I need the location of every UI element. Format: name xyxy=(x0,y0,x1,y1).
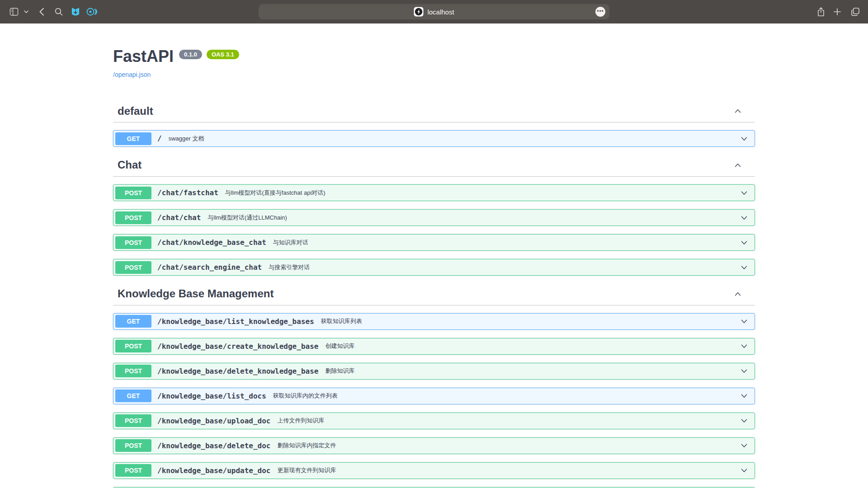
endpoint-row[interactable]: POST /knowledge_base/upload_doc 上传文件到知识库 xyxy=(113,413,755,429)
url-text: localhost xyxy=(427,9,454,15)
section-header[interactable]: Knowledge Base Management xyxy=(113,283,755,305)
endpoint-row[interactable]: POST /knowledge_base/delete_doc 删除知识库内指定… xyxy=(113,437,755,454)
endpoint-path: /knowledge_base/delete_knowledge_base xyxy=(157,367,318,375)
expand-chevron-down-icon[interactable] xyxy=(739,416,749,426)
collapse-chevron-up-icon[interactable] xyxy=(733,106,743,116)
page-title: FastAPI xyxy=(113,47,174,66)
expand-chevron-down-icon[interactable] xyxy=(739,391,749,401)
extension-circles-icon[interactable] xyxy=(86,7,97,16)
endpoint-path: /knowledge_base/create_knowledge_base xyxy=(157,342,318,351)
extension-bookmark-icon[interactable] xyxy=(71,7,80,17)
endpoint-row[interactable]: POST /chat/chat 与llm模型对话(通过LLMChain) xyxy=(113,209,755,226)
endpoint-summary: 与llm模型对话(直接与fastchat api对话) xyxy=(225,189,326,197)
version-badge: 0.1.0 xyxy=(179,50,202,59)
sidebar-chevron-icon[interactable] xyxy=(24,10,28,14)
expand-chevron-down-icon[interactable] xyxy=(739,366,749,376)
share-icon[interactable] xyxy=(817,7,825,17)
endpoint-summary: 删除知识库内指定文件 xyxy=(277,441,336,450)
endpoint-path: /knowledge_base/update_doc xyxy=(157,466,270,475)
endpoint-path: /chat/search_engine_chat xyxy=(157,263,262,272)
swagger-page: FastAPI 0.1.0 OAS 3.1 /openapi.json defa… xyxy=(0,23,868,488)
endpoint-list: POST /chat/fastchat 与llm模型对话(直接与fastchat… xyxy=(113,177,755,276)
sections-list: default GET / swagger 文档 Chat xyxy=(113,100,755,488)
endpoint-summary: 与搜索引擎对话 xyxy=(269,263,310,272)
section-title: Chat xyxy=(118,159,142,172)
method-badge: POST xyxy=(115,464,151,477)
expand-chevron-down-icon[interactable] xyxy=(739,188,749,198)
collapse-chevron-up-icon[interactable] xyxy=(733,289,743,299)
method-badge: POST xyxy=(115,439,151,452)
endpoint-path: /chat/fastchat xyxy=(157,188,218,197)
api-section: Knowledge Base Management GET /knowledge… xyxy=(113,283,755,488)
section-header[interactable]: Chat xyxy=(113,154,755,177)
endpoint-summary: 创建知识库 xyxy=(325,342,354,350)
endpoint-path: /chat/knowledge_base_chat xyxy=(157,238,266,247)
endpoint-summary: 与知识库对话 xyxy=(273,239,308,247)
method-badge: POST xyxy=(115,414,151,427)
endpoint-row[interactable]: POST /knowledge_base/update_doc 更新现有文件到知… xyxy=(113,462,755,479)
endpoint-path: /knowledge_base/delete_doc xyxy=(157,441,270,450)
expand-chevron-down-icon[interactable] xyxy=(739,341,749,351)
endpoint-summary: 上传文件到知识库 xyxy=(277,417,324,425)
collapse-chevron-up-icon[interactable] xyxy=(733,160,743,170)
section-title: default xyxy=(118,105,153,118)
expand-chevron-down-icon[interactable] xyxy=(739,134,749,144)
endpoint-path: /knowledge_base/upload_doc xyxy=(157,417,270,425)
more-ellipsis-icon[interactable]: ••• xyxy=(595,7,605,17)
endpoint-path: /knowledge_base/list_docs xyxy=(157,392,266,400)
endpoint-list: GET /knowledge_base/list_knowledge_bases… xyxy=(113,305,755,488)
expand-chevron-down-icon[interactable] xyxy=(739,238,749,248)
endpoint-row[interactable]: POST /knowledge_base/delete_knowledge_ba… xyxy=(113,363,755,380)
new-tab-plus-icon[interactable] xyxy=(834,8,841,15)
endpoint-path: /knowledge_base/list_knowledge_bases xyxy=(157,317,314,326)
expand-chevron-down-icon[interactable] xyxy=(739,263,749,272)
method-badge: POST xyxy=(115,340,151,352)
back-icon[interactable] xyxy=(39,8,44,16)
api-info-block: FastAPI 0.1.0 OAS 3.1 /openapi.json xyxy=(113,47,755,79)
endpoint-row[interactable]: GET /knowledge_base/list_knowledge_bases… xyxy=(113,313,755,330)
api-section: Chat POST /chat/fastchat 与llm模型对话(直接与fas… xyxy=(113,154,755,276)
expand-chevron-down-icon[interactable] xyxy=(739,465,749,475)
api-section: default GET / swagger 文档 xyxy=(113,100,755,147)
endpoint-row[interactable]: POST /chat/fastchat 与llm模型对话(直接与fastchat… xyxy=(113,184,755,201)
endpoint-summary: swagger 文档 xyxy=(169,135,204,143)
section-header[interactable]: default xyxy=(113,100,755,123)
method-badge: POST xyxy=(115,261,151,274)
endpoint-list: GET / swagger 文档 xyxy=(113,122,755,147)
expand-chevron-down-icon[interactable] xyxy=(739,441,749,450)
endpoint-summary: 删除知识库 xyxy=(325,367,354,375)
endpoint-summary: 与llm模型对话(通过LLMChain) xyxy=(208,214,287,222)
endpoint-path: /chat/chat xyxy=(157,213,201,222)
endpoint-row[interactable]: POST /chat/knowledge_base_chat 与知识库对话 xyxy=(113,234,755,251)
browser-toolbar: localhost ••• xyxy=(0,0,868,23)
section-title: Knowledge Base Management xyxy=(118,287,274,300)
expand-chevron-down-icon[interactable] xyxy=(739,213,749,223)
oas-badge: OAS 3.1 xyxy=(207,50,239,59)
endpoint-row[interactable]: GET / swagger 文档 xyxy=(113,130,755,147)
endpoint-summary: 更新现有文件到知识库 xyxy=(277,466,336,474)
endpoint-summary: 获取知识库内的文件列表 xyxy=(273,392,338,400)
method-badge: GET xyxy=(115,315,151,328)
openapi-spec-link[interactable]: /openapi.json xyxy=(113,71,151,78)
site-favicon-lightning-icon xyxy=(414,7,424,17)
endpoint-summary: 获取知识库列表 xyxy=(321,317,362,325)
expand-chevron-down-icon[interactable] xyxy=(739,316,749,326)
endpoint-row[interactable]: POST /chat/search_engine_chat 与搜索引擎对话 xyxy=(113,259,755,276)
method-badge: GET xyxy=(115,132,151,145)
address-bar[interactable]: localhost ••• xyxy=(259,4,609,19)
method-badge: POST xyxy=(115,365,151,377)
tab-overview-icon[interactable] xyxy=(851,8,860,16)
method-badge: POST xyxy=(115,236,151,249)
endpoint-path: / xyxy=(157,134,162,143)
endpoint-row[interactable]: POST /knowledge_base/create_knowledge_ba… xyxy=(113,338,755,355)
method-badge: GET xyxy=(115,389,151,402)
search-icon[interactable] xyxy=(55,8,63,16)
method-badge: POST xyxy=(115,187,151,199)
sidebar-icon[interactable] xyxy=(9,8,19,16)
method-badge: POST xyxy=(115,211,151,224)
endpoint-row[interactable]: GET /knowledge_base/list_docs 获取知识库内的文件列… xyxy=(113,388,755,404)
